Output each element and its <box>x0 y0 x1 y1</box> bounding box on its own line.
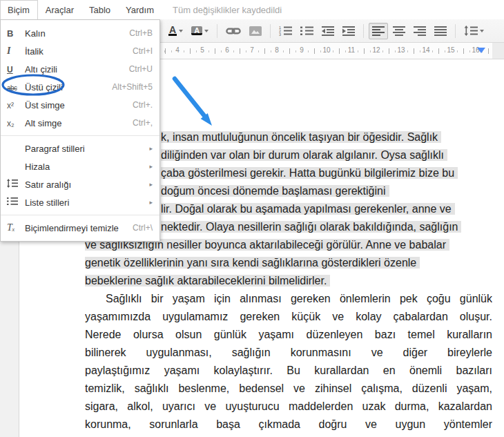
numbered-list-icon: 123 <box>279 26 292 36</box>
menu-separator <box>1 215 159 215</box>
ruler-number: 6 <box>224 46 231 54</box>
menu-item-ust-simge[interactable]: Üst simge Ctrl+. <box>1 96 159 114</box>
increase-indent-button[interactable] <box>339 23 358 39</box>
text-line: sigara, alkol, uyarıcı ve uyuşturucu mad… <box>85 398 492 416</box>
align-center-button[interactable] <box>389 23 409 39</box>
insert-image-button[interactable] <box>246 23 265 39</box>
menu-bar: Biçim Araçlar Tablo Yardım Tüm değişikli… <box>0 0 504 19</box>
chevron-down-icon <box>480 30 484 32</box>
submenu-arrow-icon: ▸ <box>149 145 153 152</box>
toolbar-separator <box>217 24 217 38</box>
subscript-icon <box>7 118 25 128</box>
menu-item-kalin[interactable]: Kalın Ctrl+B <box>1 24 159 42</box>
text-line: kullanmadır. <box>85 434 492 437</box>
ruler-number: 11 <box>347 46 356 54</box>
text-line: yaşamımızda uygulamamız gereken küçük ve… <box>85 308 492 326</box>
toolbar-separator <box>455 24 456 38</box>
text-line: Nerede olursa olsun günlük yaşamı düzenl… <box>85 326 492 344</box>
ruler-number: 7 <box>249 46 255 54</box>
chevron-down-icon <box>204 30 209 32</box>
align-left-button[interactable] <box>369 23 388 39</box>
ruler-number: 8 <box>273 46 280 54</box>
ruler-number: 13 <box>396 46 406 54</box>
clear-formatting-icon <box>7 222 25 233</box>
right-indent-marker[interactable] <box>477 48 485 53</box>
toolbar-separator <box>363 24 364 38</box>
text-line: bilinerek uygulanması, sağlığın korunmas… <box>85 344 492 362</box>
submenu-arrow-icon: ▸ <box>149 181 153 188</box>
highlight-color-icon <box>191 26 202 35</box>
align-center-icon <box>393 26 405 36</box>
ruler-number: 5 <box>199 46 206 54</box>
justify-icon <box>434 26 447 36</box>
menu-item-paragraf-stilleri[interactable]: Paragraf stilleri ▸ <box>1 139 159 157</box>
menu-item-ustu-cizili[interactable]: Üstü çizili Alt+Shift+5 <box>1 78 159 96</box>
bulleted-list-button[interactable] <box>297 23 317 39</box>
second-paragraph: Sağlıklı bir yaşam için alınması gereken… <box>85 290 492 437</box>
numbered-list-button[interactable]: 123 <box>275 23 295 39</box>
ruler-right-cap <box>492 43 504 59</box>
line-spacing-icon <box>464 26 478 36</box>
text-line: bebeklerine sağlık aktarabileceklerini b… <box>0 272 504 290</box>
menu-item-bicimlendirmeyi-temizle[interactable]: Biçimlendirmeyi temizle Ctrl+\ <box>1 219 159 237</box>
align-right-button[interactable] <box>410 23 429 39</box>
menu-item-liste-stilleri[interactable]: Liste stilleri ▸ <box>1 193 159 211</box>
menu-yardim[interactable]: Yardım <box>118 0 162 19</box>
menu-item-alt-simge[interactable]: Alt simge Ctrl+, <box>1 114 159 132</box>
submenu-arrow-icon: ▸ <box>149 199 153 206</box>
ruler-number: 4 <box>174 46 181 54</box>
insert-link-button[interactable] <box>222 23 244 39</box>
format-dropdown-menu: Kalın Ctrl+B İtalik Ctrl+I Altı çizili C… <box>0 19 160 242</box>
decrease-indent-button[interactable] <box>318 23 338 39</box>
menu-item-satir-araligi[interactable]: Satır aralığı ▸ <box>1 175 159 193</box>
ruler-number: 10 <box>321 46 331 54</box>
menu-separator <box>1 135 159 136</box>
italic-icon <box>7 46 25 57</box>
text-line: Sağlıklı bir yaşam için alınması gereken… <box>85 290 492 308</box>
menu-tablo[interactable]: Tablo <box>81 0 118 19</box>
ruler-number: 15 <box>445 46 456 54</box>
submenu-arrow-icon: ▸ <box>149 163 153 170</box>
text-line: temizlik, sağlıklı beslenme, bedensel ve… <box>85 380 492 398</box>
toolbar-separator <box>270 24 271 38</box>
ruler-number: 12 <box>371 46 381 54</box>
strikethrough-icon <box>7 82 25 93</box>
justify-button[interactable] <box>431 23 450 39</box>
menu-item-hizala[interactable]: Hizala ▸ <box>1 157 159 175</box>
text-line: genetik özelliklerinin yanı sıra kendi s… <box>0 254 504 272</box>
bold-icon <box>7 28 25 39</box>
svg-text:3: 3 <box>279 32 281 36</box>
menu-item-alti-cizili[interactable]: Altı çizili Ctrl+U <box>1 60 159 78</box>
text-color-icon <box>168 26 177 36</box>
bulleted-list-icon <box>300 26 313 36</box>
menu-araclar[interactable]: Araçlar <box>38 0 81 19</box>
line-spacing-icon <box>7 179 25 190</box>
align-left-icon <box>372 26 385 36</box>
link-icon <box>226 27 241 35</box>
highlight-color-button[interactable] <box>188 23 212 39</box>
text-line: korunma, sorunlarla başa çıkmada doğru v… <box>85 416 492 434</box>
text-line: paylaştığımız yaşamı kolaylaştırır. Bu k… <box>85 362 492 380</box>
menu-item-italik[interactable]: İtalik Ctrl+I <box>1 42 159 60</box>
increase-indent-icon <box>342 26 355 36</box>
image-icon <box>249 26 262 36</box>
menu-bicim[interactable]: Biçim <box>0 0 38 19</box>
ruler-number: 14 <box>420 46 431 54</box>
underline-icon <box>7 64 25 75</box>
list-styles-icon <box>7 197 25 208</box>
save-status-text: Tüm değişiklikler kaydedildi <box>162 0 282 19</box>
superscript-icon <box>7 100 25 110</box>
ruler-number: 9 <box>298 46 305 54</box>
line-spacing-button[interactable] <box>461 23 487 39</box>
text-color-button[interactable] <box>165 23 186 39</box>
decrease-indent-icon <box>322 26 334 36</box>
align-right-icon <box>414 26 426 36</box>
chevron-down-icon <box>179 30 183 32</box>
